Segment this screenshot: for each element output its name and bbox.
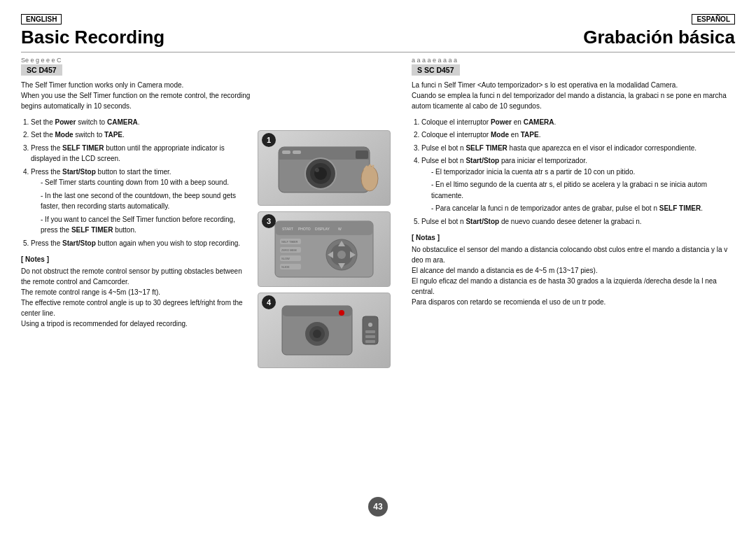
right-step-5: Pulse el bot n Start/Stop de nuevo cuand… xyxy=(421,216,735,227)
step-num-3: 3 xyxy=(262,214,276,228)
right-model-code: S SC D457 xyxy=(412,64,460,76)
left-step-5: Press the Start/Stop button again when y… xyxy=(31,238,252,249)
left-note-4: Using a tripod is recommended for delaye… xyxy=(21,318,252,329)
cam-img-4 xyxy=(258,293,391,368)
right-note-3: El ngulo eficaz del mando a distancia es… xyxy=(412,276,735,297)
svg-rect-44 xyxy=(365,335,375,338)
right-step-2: Coloque el interruptor Mode en TAPE. xyxy=(421,129,735,141)
page: ENGLISH Basic Recording ESPAÑOL Grabació… xyxy=(0,0,756,534)
svg-point-6 xyxy=(315,168,319,172)
right-note-4: Para disparos con retardo se recomienda … xyxy=(412,297,735,307)
svg-text:SLIDE: SLIDE xyxy=(281,265,290,269)
svg-text:ZERO MEM: ZERO MEM xyxy=(281,248,297,252)
svg-rect-43 xyxy=(365,330,375,333)
cam-svg-4 xyxy=(265,295,384,365)
left-column: Se e g e e e C SC D457 The Self Timer fu… xyxy=(21,57,259,330)
svg-rect-8 xyxy=(282,150,290,154)
left-step-1: Set the Power switch to CAMERA. xyxy=(31,117,252,128)
right-notes: [ Notas ] No obstaculice el sensor del m… xyxy=(412,232,735,307)
right-notes-title: [ Notas ] xyxy=(412,232,735,243)
right-desc-1: La funci n Self Timer <Auto temporizador… xyxy=(412,80,735,90)
svg-rect-45 xyxy=(365,340,375,343)
right-note-2: El alcance del mando a distancia es de 4… xyxy=(412,265,735,276)
left-description: The Self Timer function works only in Ca… xyxy=(21,80,252,111)
left-note-1: Do not obstruct the remote control senso… xyxy=(21,266,252,287)
camera-images: 1 xyxy=(258,130,398,374)
right-title: Grabación básica xyxy=(583,27,735,48)
right-desc-2: Cuando se emplea la funci n del temporiz… xyxy=(412,90,735,111)
svg-point-40 xyxy=(339,310,344,316)
left-note-3: The effective remote control angle is up… xyxy=(21,297,252,318)
left-desc-2: When you use the Self Timer function on … xyxy=(21,90,252,111)
camera-image-3: 3 START PHOTO DISPLAY W xyxy=(258,211,391,287)
camera-image-1: 1 xyxy=(258,130,391,206)
step-num-1: 1 xyxy=(262,133,276,147)
left-header: ENGLISH Basic Recording xyxy=(21,14,164,52)
cam-svg-3: START PHOTO DISPLAY W xyxy=(265,214,384,284)
step-num-4: 4 xyxy=(262,295,276,309)
svg-text:PHOTO: PHOTO xyxy=(298,227,311,231)
left-notes-title: [ Notes ] xyxy=(21,254,252,265)
left-step-4-bullet-1: Self Timer starts counting down from 10 … xyxy=(41,177,252,188)
svg-text:SLOW: SLOW xyxy=(281,257,290,260)
svg-rect-9 xyxy=(293,150,301,154)
page-number: 43 xyxy=(368,497,388,517)
english-badge: ENGLISH xyxy=(21,14,62,24)
left-step-4-bullet-2: In the last one second of the countdown,… xyxy=(41,190,252,212)
svg-text:W: W xyxy=(338,227,342,231)
right-step-4-bullet-2: En el ltimo segundo de la cuenta atr s, … xyxy=(431,179,735,201)
right-header: ESPAÑOL Grabación básica xyxy=(562,14,735,52)
cam-svg-1 xyxy=(265,133,384,203)
left-model-code: SC D457 xyxy=(21,64,62,76)
svg-point-42 xyxy=(368,323,372,327)
left-desc-1: The Self Timer function works only in Ca… xyxy=(21,80,252,90)
svg-point-22 xyxy=(337,251,346,259)
espanol-badge: ESPAÑOL xyxy=(692,14,735,24)
left-step-3: Press the SELF TIMER button until the ap… xyxy=(31,143,252,164)
left-model-label: Se e g e e e C xyxy=(21,57,252,64)
svg-rect-7 xyxy=(356,150,368,159)
divider xyxy=(21,52,735,52)
left-step-2: Set the Mode switch to TAPE. xyxy=(31,129,252,141)
svg-text:DISPLAY: DISPLAY xyxy=(315,227,330,231)
right-step-4-bullet-3: Para cancelar la funci n de temporizador… xyxy=(431,203,735,214)
left-step-4-bullet-3: If you want to cancel the Self Timer fun… xyxy=(41,214,252,236)
right-model-label: a a a a e a a a a xyxy=(412,57,735,64)
svg-text:SELF TIMER: SELF TIMER xyxy=(281,240,298,244)
right-description: La funci n Self Timer <Auto temporizador… xyxy=(412,80,735,111)
camera-image-4: 4 xyxy=(258,293,391,368)
svg-line-13 xyxy=(372,166,373,169)
svg-point-39 xyxy=(313,330,321,338)
right-steps: Coloque el interruptor Power en CAMERA. … xyxy=(412,117,735,227)
left-steps: Set the Power switch to CAMERA. Set the … xyxy=(21,117,252,249)
left-step-4: Press the Start/Stop button to start the… xyxy=(31,167,252,236)
right-note-1: No obstaculice el sensor del mando a dis… xyxy=(412,244,735,265)
right-step-1: Coloque el interruptor Power en CAMERA. xyxy=(421,117,735,128)
cam-img-1 xyxy=(258,130,391,206)
left-title: Basic Recording xyxy=(21,27,164,48)
left-notes: [ Notes ] Do not obstruct the remote con… xyxy=(21,254,252,329)
right-step-3: Pulse el bot n SELF TIMER hasta que apar… xyxy=(421,143,735,154)
right-step-4: Pulse el bot n Start/Stop para iniciar e… xyxy=(421,155,735,214)
right-step-4-bullet-1: El temporizador inicia la cuenta atr s a… xyxy=(431,167,735,178)
left-note-2: The remote control range is 4~5m (13~17 … xyxy=(21,287,252,297)
cam-img-3: START PHOTO DISPLAY W xyxy=(258,211,391,287)
svg-text:START: START xyxy=(282,227,293,231)
